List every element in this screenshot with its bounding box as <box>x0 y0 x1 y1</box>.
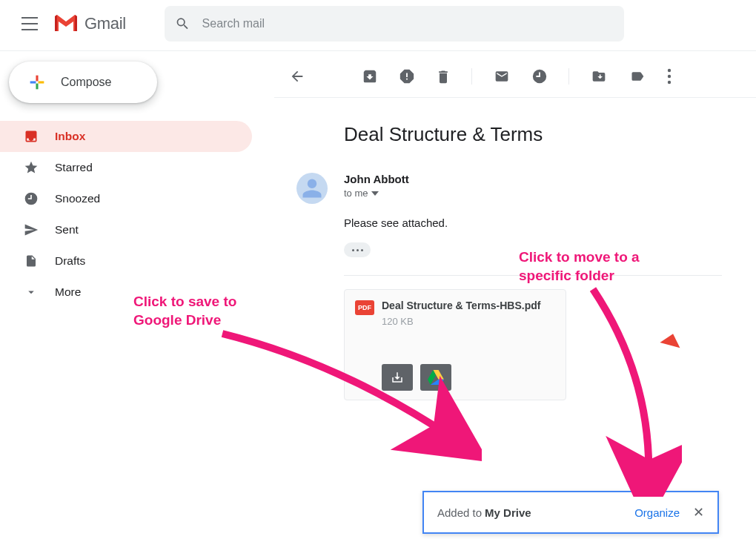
download-icon <box>391 371 404 384</box>
mark-unread-icon[interactable] <box>493 69 511 84</box>
draft-icon <box>24 254 39 268</box>
menu-icon[interactable] <box>12 6 47 42</box>
sidebar-item-sent[interactable]: Sent <box>0 214 252 245</box>
svg-rect-1 <box>39 81 44 83</box>
app-header: Gmail <box>0 0 756 47</box>
sender-avatar[interactable] <box>296 173 328 204</box>
svg-point-6 <box>668 81 671 84</box>
search-input[interactable] <box>202 17 614 30</box>
sidebar-item-starred[interactable]: Starred <box>0 152 252 183</box>
back-icon[interactable] <box>289 68 305 85</box>
pdf-icon: PDF <box>355 300 374 315</box>
compose-label: Compose <box>61 76 111 89</box>
more-icon[interactable] <box>667 68 672 85</box>
gmail-logo[interactable]: Gmail <box>53 14 126 33</box>
chevron-down-icon <box>371 191 379 196</box>
plus-icon <box>27 72 47 93</box>
snooze-icon[interactable] <box>531 68 548 85</box>
svg-rect-0 <box>36 76 38 82</box>
inbox-icon <box>24 129 39 144</box>
svg-point-4 <box>668 69 671 72</box>
search-bar[interactable] <box>165 6 624 42</box>
svg-point-5 <box>668 75 671 78</box>
sidebar-item-label: Inbox <box>55 130 85 143</box>
message-pane: Deal Structure & Terms John Abbott to me… <box>274 51 756 538</box>
svg-rect-3 <box>30 81 36 83</box>
email-subject: Deal Structure & Terms <box>344 123 756 146</box>
annotation-move-folder: Click to move to a specific folder <box>519 248 640 285</box>
recipient-line[interactable]: to me <box>344 188 756 199</box>
drive-toast: Added to My Drive Organize ✕ <box>422 491 719 534</box>
app-name: Gmail <box>84 14 126 33</box>
labels-icon[interactable] <box>629 69 646 84</box>
sidebar-item-snoozed[interactable]: Snoozed <box>0 183 252 214</box>
star-icon <box>24 160 39 175</box>
move-to-icon[interactable] <box>590 69 608 84</box>
sidebar-item-label: More <box>55 285 81 299</box>
archive-icon[interactable] <box>362 68 378 85</box>
compose-button[interactable]: Compose <box>9 62 157 103</box>
show-trimmed-button[interactable] <box>344 242 371 257</box>
sidebar-item-label: Starred <box>55 161 93 174</box>
gmail-icon <box>53 14 79 33</box>
send-icon <box>24 222 39 237</box>
chevron-down-icon <box>24 285 39 300</box>
sidebar-item-inbox[interactable]: Inbox <box>0 121 252 152</box>
clock-icon <box>24 191 39 206</box>
annotation-save-drive: Click to save to Google Drive <box>133 293 236 329</box>
attachment-card[interactable]: PDF Deal Structure & Terms-HBS.pdf 120 K… <box>344 289 566 400</box>
search-icon <box>175 16 190 32</box>
sidebar-item-label: Snoozed <box>55 192 100 205</box>
attachment-name: Deal Structure & Terms-HBS.pdf <box>382 299 540 313</box>
sidebar-item-label: Sent <box>55 223 79 237</box>
svg-rect-2 <box>36 84 38 90</box>
attachment-size: 120 KB <box>382 316 540 327</box>
callout-triangle <box>660 331 683 348</box>
organize-button[interactable]: Organize <box>634 506 680 519</box>
delete-icon[interactable] <box>436 68 451 85</box>
sender-name: John Abbott <box>344 173 756 185</box>
download-button[interactable] <box>382 364 413 391</box>
toast-prefix: Added to <box>437 506 482 519</box>
drive-icon <box>428 370 444 385</box>
close-icon[interactable]: ✕ <box>693 504 704 520</box>
toast-target: My Drive <box>485 506 531 519</box>
sidebar-item-label: Drafts <box>55 254 85 268</box>
save-to-drive-button[interactable] <box>420 364 451 391</box>
email-body: Please see attached. <box>344 216 756 229</box>
spam-icon[interactable] <box>399 68 415 85</box>
sidebar-item-drafts[interactable]: Drafts <box>0 245 252 277</box>
message-toolbar <box>274 56 756 97</box>
